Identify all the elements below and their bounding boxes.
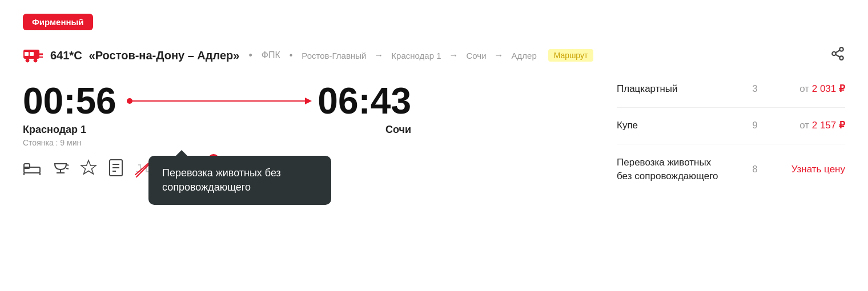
- dot-separator-1: •: [248, 50, 252, 62]
- route-arrow-1: →: [374, 50, 383, 60]
- route-arrow-3: →: [495, 50, 504, 60]
- uznat-link[interactable]: Узнать цену: [791, 164, 845, 175]
- svg-line-11: [835, 50, 839, 52]
- divider-1: [617, 107, 845, 108]
- journey-section: 00:56 06:43 Перевозка животных без сопро…: [23, 83, 411, 181]
- route-stop-4: Адлер: [512, 51, 537, 60]
- price-value-platzkart: от 2 031 ₽: [765, 83, 845, 95]
- price-label-pets: Перевозка животныхбез сопровождающего: [617, 156, 745, 183]
- route-line: [127, 100, 308, 102]
- price-row-platzkart: Плацкартный 3 от 2 031 ₽: [617, 83, 845, 95]
- departure-station: Краснодар 1: [23, 124, 86, 136]
- price-count-kupe: 9: [745, 120, 765, 131]
- route-stop-3: Сочи: [466, 51, 486, 60]
- stop-info: Стоянка : 9 мин: [23, 138, 411, 147]
- star-icon[interactable]: [80, 159, 97, 180]
- train-header: 641*С «Ростов-на-Дону – Адлер» • ФПК • Р…: [23, 46, 845, 64]
- route-line-wrapper: [116, 100, 318, 102]
- times-row: 00:56 06:43: [23, 83, 411, 119]
- arrival-station: Сочи: [385, 124, 411, 136]
- svg-rect-1: [25, 52, 29, 56]
- document-icon[interactable]: [108, 159, 123, 181]
- svg-point-4: [34, 59, 37, 62]
- departure-time: 00:56: [23, 83, 116, 119]
- stations-row: Краснодар 1 Сочи: [23, 124, 411, 136]
- price-label-platzkart: Плацкартный: [617, 83, 745, 95]
- from-text-kupe: от: [799, 120, 812, 131]
- from-text-platzkart: от: [799, 83, 812, 94]
- train-name: «Ростов-на-Дону – Адлер»: [89, 49, 240, 62]
- route-separator: •: [290, 50, 293, 60]
- svg-line-10: [835, 55, 839, 57]
- share-icon[interactable]: [830, 46, 845, 64]
- arrival-time: 06:43: [318, 83, 411, 119]
- route-stop-1: Ростов-Главный: [302, 51, 366, 60]
- bed-icon[interactable]: [23, 160, 41, 179]
- page-wrapper: Фирменный 641*С «Ростов-на-Дону – Адлер»…: [0, 0, 868, 209]
- price-label-kupe: Купе: [617, 120, 745, 131]
- svg-marker-18: [81, 160, 96, 174]
- train-company: ФПК: [262, 50, 280, 60]
- price-count-platzkart: 3: [745, 84, 765, 94]
- train-icon: [23, 47, 43, 63]
- route-arrow-2: →: [449, 50, 458, 60]
- route-stop-2: Краснодар 1: [391, 51, 441, 60]
- price-value-kupe: от 2 157 ₽: [765, 119, 845, 131]
- divider-2: [617, 144, 845, 144]
- food-icon[interactable]: [53, 159, 69, 180]
- price-row-pets: Перевозка животныхбез сопровождающего 8 …: [617, 156, 845, 183]
- route-button[interactable]: Маршрут: [548, 49, 594, 62]
- price-count-pets: 8: [745, 164, 765, 175]
- svg-rect-2: [30, 52, 34, 56]
- main-content: 00:56 06:43 Перевозка животных без сопро…: [23, 83, 845, 196]
- price-row-kupe: Купе 9 от 2 157 ₽: [617, 119, 845, 131]
- pricing-section: Плацкартный 3 от 2 031 ₽ Купе 9 от 2 157…: [582, 83, 845, 196]
- tooltip-popup: Перевозка животных без сопровождающего: [148, 156, 331, 205]
- price-action-pets: Узнать цену: [765, 164, 845, 175]
- firm-badge: Фирменный: [23, 14, 93, 30]
- train-number: 641*С: [50, 49, 82, 62]
- svg-point-3: [26, 59, 29, 62]
